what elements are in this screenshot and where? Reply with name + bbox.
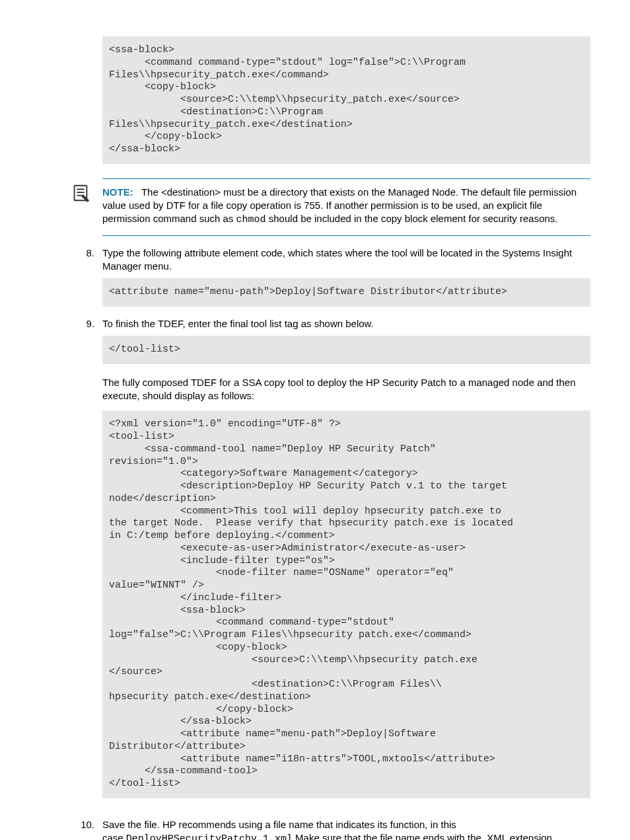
code-block-toollist-close: </tool-list> (102, 336, 590, 364)
code-block-attribute: <attribute name="menu-path">Deploy|Softw… (102, 278, 590, 307)
note-chmod: chmod (236, 214, 266, 225)
step-9-number: 9. (50, 317, 102, 330)
step-10: 10. Save the file. HP recommends using a… (50, 818, 590, 840)
note-label: NOTE: (102, 186, 133, 198)
tdef-intro-paragraph: The fully composed TDEF for a SSA copy t… (102, 376, 590, 403)
code-block-full-tdef: <?xml version="1.0" encoding="UTF-8" ?> … (102, 410, 590, 798)
note-icon (71, 183, 90, 203)
note-text: NOTE: The <destination> must be a direct… (102, 186, 577, 225)
step-10-number: 10. (50, 818, 102, 840)
step-9: 9. To finish the TDEF, enter the final t… (50, 317, 590, 330)
step-10-filename: DeployHPSecurityPatchv.1.xml (126, 833, 293, 840)
note-box: NOTE: The <destination> must be a direct… (102, 178, 590, 236)
step-8: 8. Type the following attribute element … (50, 247, 590, 274)
step-10-text-b: Make sure that the file name ends with t… (293, 832, 555, 840)
step-8-number: 8. (50, 247, 102, 274)
step-10-text: Save the file. HP recommends using a fil… (102, 818, 590, 840)
step-8-text: Type the following attribute element cod… (102, 247, 590, 274)
note-body-2: should be included in the copy block ele… (266, 213, 558, 224)
step-9-text: To finish the TDEF, enter the final tool… (102, 317, 590, 330)
code-block-ssa: <ssa-block> <command command-type="stdou… (102, 36, 590, 164)
